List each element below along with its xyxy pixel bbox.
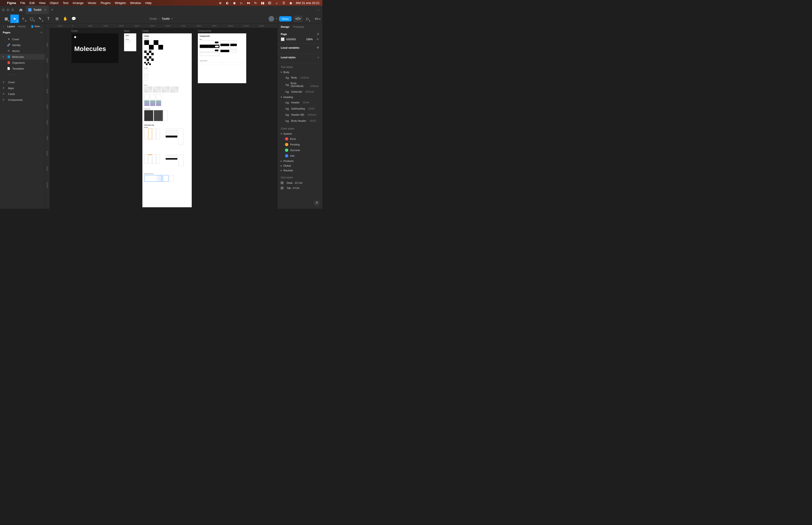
text-tool-button[interactable]: T [44, 15, 52, 23]
page-item[interactable]: 🧬Identity [0, 42, 45, 48]
style-group-header[interactable]: ▸Neutrals [281, 168, 319, 173]
maximize-window-button[interactable] [11, 9, 14, 11]
background-swatch[interactable] [281, 38, 285, 41]
tab-toolkit[interactable]: Toolkit × [25, 6, 49, 14]
siri-icon[interactable]: ◉ [289, 1, 293, 5]
search-layers-icon[interactable]: ⌕ [3, 25, 4, 28]
resources-tool-button[interactable]: ⊞ [52, 15, 61, 23]
breadcrumb-drafts[interactable]: Drafts [150, 17, 157, 20]
datetime[interactable]: Mié 31 ene 20:21 [296, 1, 320, 5]
clock-icon[interactable]: ↻ [254, 1, 258, 5]
present-button[interactable]: ▷▾ [305, 15, 311, 23]
frame-item[interactable]: ⌗Apps [0, 85, 45, 91]
style-group-header[interactable]: ▾Heading [281, 95, 319, 100]
frame-item[interactable]: ⌗Cards [0, 91, 45, 97]
menu-object[interactable]: Object [50, 1, 59, 5]
design-tab[interactable]: Design [281, 25, 289, 28]
dev-mode-button[interactable]: </> [293, 15, 303, 22]
user-avatar[interactable]: 👤 [269, 16, 274, 21]
page-item[interactable]: 📕Organisms [0, 60, 45, 65]
breadcrumb-current[interactable]: Toolkit [162, 17, 170, 20]
tabbar-menu-icon[interactable]: ⋯ [317, 8, 321, 12]
new-tab-button[interactable]: + [51, 7, 53, 13]
close-window-button[interactable] [2, 9, 5, 11]
menu-arrange[interactable]: Arrange [73, 1, 83, 5]
color-style-item[interactable]: Pending [281, 142, 319, 147]
search-icon[interactable]: ⌕ [275, 1, 279, 5]
page-selector[interactable]: 📘 Mole… [31, 25, 42, 28]
artboard-apps[interactable]: Apps Apps Catalog [124, 33, 136, 51]
close-tab-icon[interactable]: × [44, 8, 46, 12]
frame-item[interactable]: ⌗Cover [0, 79, 45, 85]
status-icon-3[interactable]: ◉ [233, 1, 236, 5]
page-item[interactable]: ✦Cover [0, 36, 45, 42]
page-item[interactable]: ▾📘Molecules [0, 54, 45, 60]
artboard-cover[interactable]: Cover ◦◦ Molecules [72, 33, 119, 63]
text-style-item[interactable]: AgHeader (M) · 24/Auto [281, 111, 319, 118]
menu-help[interactable]: Help [145, 1, 152, 5]
zoom-level[interactable]: 8% ▾ [315, 17, 321, 20]
text-style-item[interactable]: AgSubheading · 20/32 [281, 106, 319, 111]
style-group-header[interactable]: ▸Global [281, 163, 319, 168]
avatar-chevron-icon[interactable]: ▾ [276, 18, 277, 20]
artboard-cards[interactable]: Cards Cards Use Cases [142, 33, 192, 207]
menu-edit[interactable]: Edit [29, 1, 34, 5]
status-icon-1[interactable]: ⊕ [218, 1, 222, 5]
app-name[interactable]: Figma [7, 1, 16, 5]
pen-tool-button[interactable]: ✎▾ [36, 15, 44, 23]
text-style-item[interactable]: AgBody · 14/Auto [281, 75, 319, 80]
menu-text[interactable]: Text [63, 1, 68, 5]
add-page-button[interactable]: + [41, 31, 42, 34]
menu-widgets[interactable]: Widgets [115, 1, 126, 5]
frame-item[interactable]: ⌗Components [0, 97, 45, 103]
menu-view[interactable]: View [39, 1, 46, 5]
hand-tool-button[interactable]: ✋ [61, 15, 70, 23]
prototype-tab[interactable]: Prototype [293, 25, 304, 28]
background-opacity[interactable]: 100% [306, 38, 313, 41]
home-button[interactable] [17, 6, 25, 13]
main-menu-button[interactable]: ▦▾ [2, 15, 10, 23]
move-tool-button[interactable]: ➤▾ [10, 15, 19, 23]
page-settings-icon[interactable]: ⊙ [317, 32, 319, 35]
menu-file[interactable]: File [20, 1, 25, 5]
visibility-icon[interactable]: 👁 [317, 38, 319, 41]
text-style-item[interactable]: AgBody Header · 16/20 [281, 118, 319, 124]
grid-style-item[interactable]: Desk - 12 Col [281, 180, 319, 185]
menu-plugins[interactable]: Plugins [101, 1, 111, 5]
status-icon-play[interactable]: ▷ [240, 1, 243, 5]
text-style-item[interactable]: AgSubscript · 16/Auto [281, 89, 319, 95]
color-style-item[interactable]: Info [281, 153, 319, 159]
page-item[interactable]: ⚛Atoms [0, 48, 45, 54]
text-style-item[interactable]: AgBody (SemiBold) · 14/Auto [281, 80, 319, 89]
variables-settings-icon[interactable]: ⚙ [317, 46, 319, 49]
shape-tool-button[interactable]: ▢▾ [27, 15, 36, 23]
menu-vector[interactable]: Vector [88, 1, 96, 5]
control-center-icon[interactable]: ☰ [282, 1, 286, 5]
color-style-item[interactable]: Success [281, 147, 319, 153]
text-style-item[interactable]: AgHeader · 32/44 [281, 100, 319, 106]
wifi-icon[interactable]: ⨷ [268, 1, 272, 5]
comment-tool-button[interactable]: 💬 [70, 15, 78, 23]
canvas[interactable]: Cover ◦◦ Molecules Apps Apps Catalog Car… [50, 28, 277, 209]
artboard-components[interactable]: Components Components Alerts [198, 33, 246, 83]
style-group-header[interactable]: ▸Products [281, 159, 319, 163]
grid-style-item[interactable]: Tab - 8 Col [281, 185, 319, 191]
menu-window[interactable]: Window [130, 1, 141, 5]
share-button[interactable]: Share [279, 16, 292, 21]
battery-icon[interactable]: ▮▮ [261, 1, 264, 5]
style-group-header[interactable]: ▾Body [281, 70, 319, 75]
breadcrumb-chevron-icon[interactable]: ▾ [171, 18, 173, 20]
status-icon-2[interactable]: ◐ [226, 1, 229, 5]
page-item[interactable]: 📄Templates [0, 65, 45, 72]
layers-tab[interactable]: Layers [7, 25, 15, 28]
frame-tool-button[interactable]: ⌗▾ [19, 15, 27, 23]
minimize-window-button[interactable] [6, 9, 10, 11]
canvas-area[interactable]: -100001000200030004000500060007000800090… [45, 24, 277, 209]
add-style-button[interactable]: + [318, 56, 319, 59]
bluetooth-icon[interactable]: ⧓ [247, 1, 250, 5]
style-group-header[interactable]: ▾System [281, 131, 319, 136]
help-button[interactable]: ? [314, 200, 320, 206]
assets-tab[interactable]: Assets [18, 25, 26, 28]
background-color-value[interactable]: E5E5E5 [287, 38, 296, 41]
color-style-item[interactable]: Error [281, 136, 319, 142]
